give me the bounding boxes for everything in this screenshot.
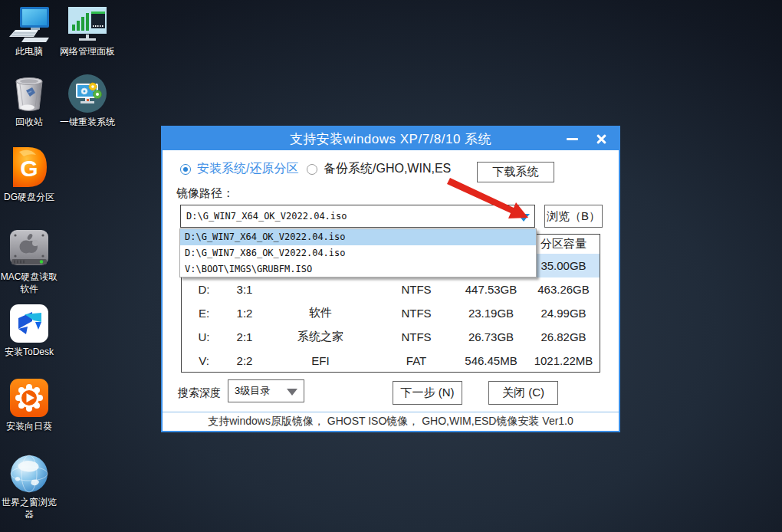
sunflower-icon [0,379,58,418]
network-panel-icon [58,5,117,43]
table-row[interactable]: E: 1:2 软件 NTFS 23.19GB 24.99GB [182,301,600,325]
table-header-cell: 分区容量 [527,237,600,251]
dropdown-item[interactable]: V:\BOOT\IMGS\GRUBFM.ISO [180,261,536,277]
image-path-value: D:\G_WIN7_X64_OK_V2022.04.iso [186,211,347,222]
desktop-icon-label: 世界之窗浏览器 [0,497,58,521]
desktop-icon-one-key-reinstall[interactable]: 一键重装系统 [58,75,117,129]
recycle-bin-icon [0,75,58,113]
mac-disk-icon [0,230,58,268]
image-path-input[interactable]: D:\G_WIN7_X64_OK_V2022.04.iso [180,205,535,228]
dropdown-item[interactable]: D:\G_WIN7_X86_OK_V2022.04.iso [180,245,536,261]
image-path-label: 镜像路径： [176,186,234,201]
close-dialog-button[interactable]: 关闭 (C) [488,381,558,405]
dialog-titlebar: 支持安装windows XP/7/8/10 系统 [163,127,619,150]
radio-unselected-icon [307,164,317,175]
search-depth-select[interactable]: 3级目录 [228,379,304,402]
desktop-icon-world-window-browser[interactable]: 世界之窗浏览器 [0,455,58,521]
desktop-icon-dg-partition[interactable]: G DG硬盘分区 [0,150,58,204]
desktop-icon-label: 网络管理面板 [58,46,117,58]
desktop-icon-label: 一键重装系统 [58,117,117,129]
radio-label: 安装系统/还原分区 [197,161,298,177]
desktop-icon-label: 此电脑 [0,46,58,58]
radio-label: 备份系统/GHO,WIN,ES [324,161,451,177]
radio-backup[interactable]: 备份系统/GHO,WIN,ES [307,161,451,177]
chevron-down-icon [287,389,297,396]
desktop-icon-label: DG硬盘分区 [0,192,58,204]
desktop-icon-this-pc[interactable]: 此电脑 [0,5,58,58]
minimize-button[interactable] [559,127,585,150]
search-depth-value: 3级目录 [235,384,270,398]
computer-icon [0,5,58,43]
one-key-reinstall-icon [58,75,117,113]
table-row[interactable]: U: 2:1 系统之家 NTFS 26.73GB 26.82GB [182,325,600,349]
dropdown-item-selected[interactable]: D:\G_WIN7_X64_OK_V2022.04.iso [180,229,536,245]
chevron-down-icon[interactable] [518,214,530,222]
desktop-icon-install-todesk[interactable]: 安装ToDesk [0,305,58,359]
globe-icon [0,455,58,494]
close-icon [596,133,607,145]
install-dialog: 支持安装windows XP/7/8/10 系统 安装系统/还原分区 备份系统/… [161,126,620,432]
radio-selected-icon [180,164,191,175]
todesk-icon [0,305,58,343]
desktop-icon-mac-disk-reader[interactable]: MAC硬盘读取软件 [0,230,58,295]
browse-button[interactable]: 浏览（B） [544,205,603,228]
download-system-button[interactable]: 下载系统 [477,162,554,182]
dialog-title: 支持安装windows XP/7/8/10 系统 [290,130,491,148]
svg-text:G: G [20,156,38,181]
desktop-icon-label: 安装向日葵 [0,421,58,433]
desktop-icon-recycle-bin[interactable]: 回收站 [0,75,58,129]
desktop-icon-network-panel[interactable]: 网络管理面板 [58,5,117,58]
table-row[interactable]: V: 2:2 EFI FAT 546.45MB 1021.22MB [182,349,600,373]
dg-partition-icon: G [0,150,58,189]
minimize-icon [567,138,578,140]
search-depth-label: 搜索深度 [178,386,221,400]
status-text: 支持windows原版镜像， GHOST ISO镜像， GHO,WIM,ESD镜… [208,415,573,429]
image-path-dropdown-list: D:\G_WIN7_X64_OK_V2022.04.iso D:\G_WIN7_… [179,228,537,277]
status-bar: 支持windows原版镜像， GHOST ISO镜像， GHO,WIM,ESD镜… [163,412,619,431]
radio-install-restore[interactable]: 安装系统/还原分区 [180,161,298,177]
desktop-icon-install-sunflower[interactable]: 安装向日葵 [0,379,58,433]
desktop-icon-label: MAC硬盘读取软件 [0,271,58,295]
table-row[interactable]: D: 3:1 NTFS 447.53GB 463.26GB [182,277,600,301]
close-button[interactable] [588,127,614,150]
desktop-icon-label: 回收站 [0,117,58,129]
desktop-icon-label: 安装ToDesk [0,346,58,359]
next-step-button[interactable]: 下一步 (N) [393,381,462,405]
